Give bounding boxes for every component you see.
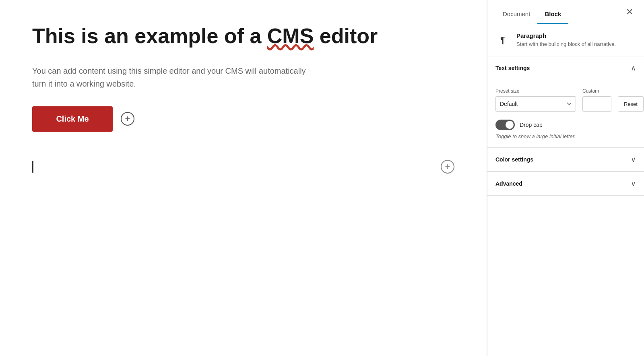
click-me-button[interactable]: Click Me bbox=[32, 106, 113, 132]
block-info-text: Paragraph Start with the building block … bbox=[516, 32, 616, 48]
text-settings-header[interactable]: Text settings ∧ bbox=[487, 56, 644, 80]
reset-button[interactable]: Reset bbox=[618, 96, 644, 112]
text-settings-label: Text settings bbox=[495, 65, 530, 71]
advanced-chevron-down-icon: ∨ bbox=[631, 179, 636, 188]
editor-body-paragraph: You can add content using this simple ed… bbox=[32, 64, 306, 90]
add-block-button-bottom[interactable]: + bbox=[441, 160, 454, 174]
advanced-header[interactable]: Advanced ∨ bbox=[487, 172, 644, 196]
block-info-section: ¶ Paragraph Start with the building bloc… bbox=[487, 24, 644, 56]
custom-size-input[interactable] bbox=[582, 96, 611, 112]
cursor-line bbox=[32, 161, 33, 173]
drop-cap-label: Drop cap bbox=[520, 122, 543, 128]
button-row: Click Me + bbox=[32, 106, 454, 132]
sidebar-header: Document Block ✕ bbox=[487, 0, 644, 24]
close-button[interactable]: ✕ bbox=[623, 6, 636, 19]
tab-document[interactable]: Document bbox=[495, 10, 537, 24]
block-description: Start with the building block of all nar… bbox=[516, 41, 616, 48]
sidebar-tabs: Document Block bbox=[495, 0, 568, 24]
heading-text-part1: This is an example of a bbox=[32, 24, 267, 48]
add-block-button[interactable]: + bbox=[121, 112, 134, 126]
text-settings-row: Preset size Default Custom Reset bbox=[495, 88, 636, 112]
text-settings-content: Preset size Default Custom Reset Drop ca… bbox=[487, 80, 644, 148]
paragraph-icon: ¶ bbox=[495, 33, 510, 48]
preset-size-group: Preset size Default bbox=[495, 88, 576, 112]
color-settings-header[interactable]: Color settings ∨ bbox=[487, 148, 644, 172]
block-title: Paragraph bbox=[516, 32, 616, 39]
color-settings-label: Color settings bbox=[495, 156, 533, 163]
color-settings-section: Color settings ∨ bbox=[487, 148, 644, 172]
custom-size-group: Custom bbox=[582, 88, 611, 112]
color-settings-chevron-down-icon: ∨ bbox=[631, 155, 636, 164]
preset-size-select[interactable]: Default bbox=[495, 96, 576, 112]
toggle-knob bbox=[506, 121, 514, 129]
heading-cms-word: CMS bbox=[267, 24, 314, 48]
text-settings-chevron-up-icon: ∧ bbox=[631, 64, 636, 72]
tab-block[interactable]: Block bbox=[537, 10, 568, 24]
custom-size-label: Custom bbox=[582, 88, 611, 94]
sidebar: Document Block ✕ ¶ Paragraph Start with … bbox=[487, 0, 644, 356]
advanced-label: Advanced bbox=[495, 180, 522, 187]
editor-heading: This is an example of a CMS editor bbox=[32, 24, 454, 48]
drop-cap-hint: Toggle to show a large initial letter. bbox=[495, 133, 636, 139]
drop-cap-toggle[interactable] bbox=[495, 120, 515, 130]
heading-text-part2: editor bbox=[314, 24, 378, 48]
editor-area: This is an example of a CMS editor You c… bbox=[0, 0, 487, 356]
preset-size-label: Preset size bbox=[495, 88, 576, 94]
drop-cap-row: Drop cap Toggle to show a large initial … bbox=[495, 120, 636, 139]
drop-cap-toggle-row: Drop cap bbox=[495, 120, 636, 130]
advanced-section: Advanced ∨ bbox=[487, 172, 644, 196]
cursor-row: + bbox=[32, 156, 454, 178]
